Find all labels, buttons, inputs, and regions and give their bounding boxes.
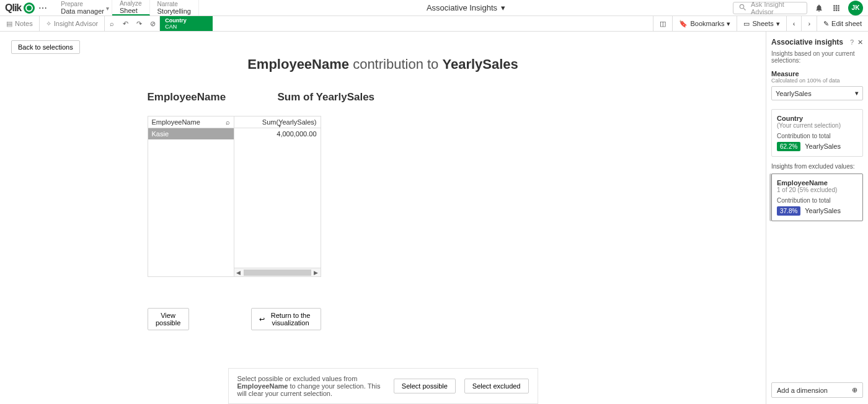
table-row: 4,000,000.00 (234, 128, 321, 139)
more-menu-icon[interactable]: ⋯ (38, 3, 47, 13)
table-scrollbar[interactable]: ◀ ▶ (234, 268, 321, 276)
add-dimension-button[interactable]: Add a dimension ⊕ (771, 382, 863, 398)
clear-selections-icon[interactable]: ⊘ (146, 16, 159, 31)
back-to-selections-button[interactable]: Back to selections (11, 40, 80, 54)
pencil-icon: ✎ (823, 20, 829, 28)
bookmarks-label: Bookmarks (690, 20, 724, 27)
selections-tool-icon[interactable]: ◫ (653, 16, 672, 31)
sort-desc-icon: ▼ (277, 123, 282, 129)
table-header-sum[interactable]: Sum(YearlySales) ▼ (234, 116, 321, 128)
selection-chip-country[interactable]: Country CAN (160, 16, 213, 31)
nav-top: Narrate (157, 1, 191, 7)
scroll-track[interactable] (244, 270, 311, 276)
headline-dim: EmployeeName (247, 56, 349, 72)
logo[interactable]: Qlik (5, 2, 35, 14)
notes-button[interactable]: ▤ Notes (0, 16, 40, 31)
nav-sub: Sheet (120, 7, 142, 14)
card-measure: YearlySales (805, 143, 841, 150)
nav-top: Analyze (120, 0, 142, 7)
search-icon[interactable]: ⌕ (226, 118, 230, 126)
next-sheet-icon[interactable]: › (801, 16, 817, 31)
edit-sheet-button[interactable]: ✎ Edit sheet (817, 16, 868, 31)
sheets-icon: ▭ (743, 20, 750, 28)
step-back-icon[interactable]: ↶ (118, 16, 132, 31)
select-excluded-button[interactable]: Select excluded (464, 379, 529, 393)
notes-label: Notes (15, 20, 33, 27)
page-headline: EmployeeName contribution to YearlySales (11, 56, 755, 72)
search-placeholder: Ask Insight Advisor (751, 1, 802, 15)
logo-mark-icon (24, 2, 35, 14)
search-icon (738, 3, 747, 13)
chevron-down-icon: ▾ (727, 20, 730, 28)
table-row[interactable]: Kasie (148, 128, 234, 139)
view-possible-button[interactable]: View possible (148, 308, 189, 330)
help-icon[interactable]: ? (850, 38, 854, 46)
nav-tab-prepare[interactable]: Prepare Data manager ▾ (53, 0, 112, 15)
step-forward-icon[interactable]: ↷ (132, 16, 146, 31)
measure-value: YearlySales (776, 90, 812, 97)
chevron-down-icon: ▾ (106, 4, 109, 11)
search-input[interactable]: Ask Insight Advisor (733, 2, 807, 14)
cell-value: 4,000,000.00 (234, 128, 321, 139)
scroll-left-icon[interactable]: ◀ (234, 270, 243, 276)
insight-advisor-label: Insight Advisor (54, 20, 99, 27)
sheets-button[interactable]: ▭ Sheets ▾ (737, 16, 786, 31)
sparkle-icon: ✧ (46, 20, 51, 28)
chevron-down-icon: ▾ (855, 89, 859, 97)
selection-value: CAN (165, 24, 208, 30)
footer-hint: Select possible or excluded values from … (228, 368, 538, 404)
card-row-label: Contribution to total (777, 197, 857, 204)
card-sub: (Your current selection) (777, 122, 857, 129)
nav-tab-narrate[interactable]: Narrate Storytelling (150, 0, 199, 15)
chevron-down-icon: ▾ (501, 3, 505, 12)
insight-advisor-button[interactable]: ✧ Insight Advisor (40, 16, 105, 31)
insight-card-employeename[interactable]: EmployeeName 1 of 20 (5% excluded) Contr… (771, 173, 863, 221)
grid-apps-icon[interactable] (831, 2, 842, 14)
th-right-text: Sum(YearlySales) (262, 118, 317, 126)
nav-sub: Data manager (61, 7, 104, 15)
note-icon: ▤ (6, 20, 12, 28)
insight-card-country[interactable]: Country (Your current selection) Contrib… (771, 109, 863, 157)
logo-text: Qlik (5, 2, 21, 14)
table-header-employeename[interactable]: EmployeeName ⌕ (148, 116, 234, 128)
avatar[interactable]: JK (848, 1, 863, 15)
contribution-badge: 37.8% (777, 206, 800, 216)
headline-measure: YearlySales (442, 56, 518, 72)
footer-pre: Select possible or excluded values from (237, 375, 358, 382)
app-title[interactable]: Associative Insights ▾ (199, 3, 733, 12)
app-title-text: Associative Insights (427, 3, 497, 12)
card-measure: YearlySales (805, 207, 841, 214)
chevron-down-icon: ▾ (776, 20, 780, 28)
panel-title: Associative insights (771, 38, 843, 46)
add-dimension-label: Add a dimension (777, 387, 828, 394)
column-header-measure: Sum of YearlySales (278, 91, 619, 103)
return-label: Return to the visualization (268, 312, 313, 327)
measure-desc: Calculated on 100% of data (771, 77, 863, 84)
sheets-label: Sheets (752, 20, 773, 27)
card-sub: 1 of 20 (5% excluded) (777, 187, 857, 193)
measure-select[interactable]: YearlySales ▾ (771, 86, 863, 100)
column-header-dimension: EmployeeName (148, 91, 278, 103)
bookmarks-button[interactable]: 🔖 Bookmarks ▾ (672, 16, 737, 31)
panel-subtitle: Insights based on your current selection… (771, 50, 863, 64)
card-row-label: Contribution to total (777, 133, 857, 139)
bookmark-icon: 🔖 (679, 20, 688, 28)
scroll-right-icon[interactable]: ▶ (312, 270, 321, 276)
cell-name: Kasie (148, 128, 234, 139)
associative-insights-panel: Associative insights ? ✕ Insights based … (766, 32, 868, 404)
smart-search-icon[interactable]: ⌕ (105, 16, 118, 31)
nav-tab-analyze[interactable]: Analyze Sheet (112, 0, 150, 15)
headline-mid: contribution to (349, 56, 442, 72)
select-possible-button[interactable]: Select possible (394, 379, 456, 393)
selection-tools: ⌕ ↶ ↷ ⊘ (105, 16, 160, 31)
card-title: Country (777, 115, 857, 122)
nav-top: Prepare (61, 1, 104, 7)
close-icon[interactable]: ✕ (857, 38, 863, 46)
avatar-initials: JK (852, 4, 860, 11)
bell-icon[interactable] (813, 2, 825, 14)
prev-sheet-icon[interactable]: ‹ (786, 16, 802, 31)
card-title: EmployeeName (777, 179, 857, 187)
return-to-visualization-button[interactable]: ↩ Return to the visualization (251, 308, 321, 330)
edit-sheet-label: Edit sheet (831, 20, 862, 27)
footer-bold: EmployeeName (237, 382, 288, 390)
